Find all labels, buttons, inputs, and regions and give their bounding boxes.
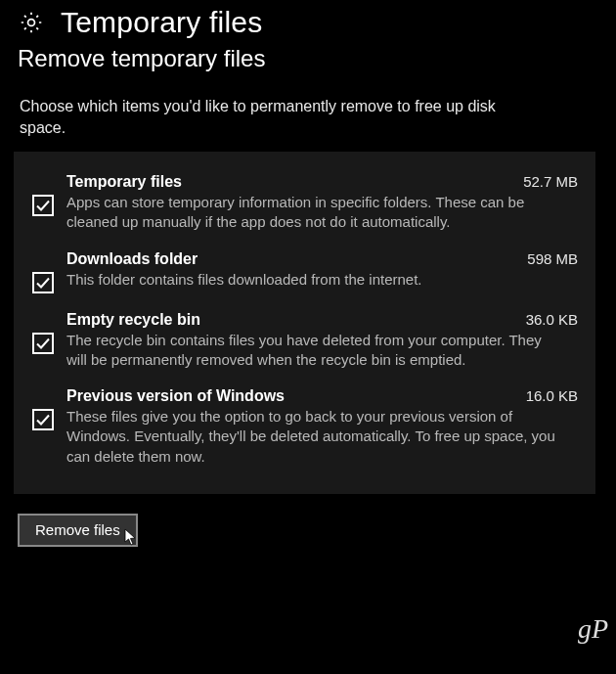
item-title: Temporary files	[66, 173, 182, 191]
page-title: Temporary files	[61, 6, 262, 39]
instructions-text: Choose which items you'd like to permane…	[0, 72, 548, 152]
remove-files-button[interactable]: Remove files	[18, 514, 138, 547]
item-desc: This folder contains files downloaded fr…	[66, 268, 555, 290]
item-desc: The recycle bin contains files you have …	[66, 329, 555, 371]
item-title: Downloads folder	[66, 250, 198, 268]
watermark: gP	[578, 613, 608, 645]
item-desc: Apps can store temporary information in …	[66, 191, 555, 233]
item-title: Empty recycle bin	[66, 311, 200, 329]
item-temporary-files: Temporary files 52.7 MB Apps can store t…	[20, 165, 582, 243]
page-subtitle: Remove temporary files	[0, 39, 616, 72]
item-title: Previous version of Windows	[66, 387, 285, 405]
cursor-icon	[124, 528, 138, 546]
checkbox-downloads-folder[interactable]	[32, 272, 54, 293]
item-size: 36.0 KB	[526, 311, 578, 328]
item-downloads-folder: Downloads folder 598 MB This folder cont…	[20, 243, 582, 303]
item-empty-recycle-bin: Empty recycle bin 36.0 KB The recycle bi…	[20, 303, 582, 381]
item-desc: These files give you the option to go ba…	[66, 405, 555, 467]
remove-files-label: Remove files	[35, 521, 120, 538]
checkbox-previous-windows[interactable]	[32, 409, 54, 430]
checkbox-empty-recycle-bin[interactable]	[32, 333, 54, 354]
item-size: 598 MB	[527, 250, 578, 267]
settings-gear-icon	[18, 9, 45, 36]
checkbox-temporary-files[interactable]	[32, 195, 54, 216]
item-size: 52.7 MB	[523, 173, 578, 190]
item-previous-windows: Previous version of Windows 16.0 KB Thes…	[20, 380, 582, 476]
svg-point-0	[28, 20, 35, 26]
item-size: 16.0 KB	[526, 387, 578, 404]
items-panel: Temporary files 52.7 MB Apps can store t…	[14, 152, 595, 494]
